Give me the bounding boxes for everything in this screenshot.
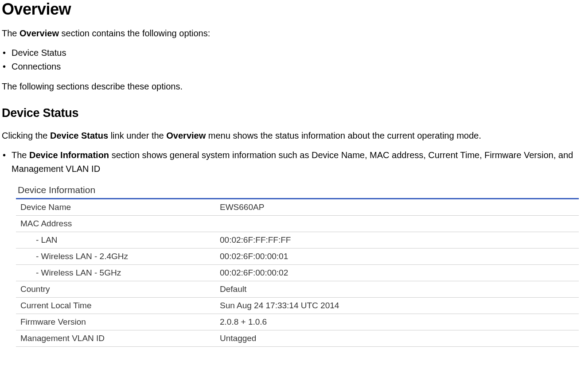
table-cell-value: Default [215, 281, 579, 298]
device-info-table: Device NameEWS660APMAC Address- LAN00:02… [16, 198, 579, 347]
table-cell-value: 00:02:6F:00:00:01 [215, 248, 579, 265]
table-cell-label: Country [16, 281, 215, 298]
list-item: Device Status [2, 46, 583, 60]
di-b1: Device Information [29, 150, 109, 160]
ds-p3: menu shows the status information about … [206, 131, 481, 140]
table-cell-value: 00:02:6F:FF:FF:FF [215, 232, 579, 248]
table-cell-value: Untagged [215, 330, 579, 347]
table-row: Management VLAN IDUntagged [16, 330, 579, 347]
table-cell-label: MAC Address [16, 216, 215, 232]
di-p1: The [12, 150, 29, 160]
table-cell-label: Management VLAN ID [16, 330, 215, 347]
intro-suffix: section contains the following options: [59, 28, 210, 38]
ds-p2: link under the [108, 131, 166, 140]
table-cell-value: 2.0.8 + 1.0.6 [215, 314, 579, 330]
ds-b2: Overview [166, 131, 206, 140]
table-row: Current Local TimeSun Aug 24 17:33:14 UT… [16, 298, 579, 314]
device-status-para: Clicking the Device Status link under th… [2, 129, 583, 142]
device-info-table-wrapper: Device Information Device NameEWS660APMA… [16, 185, 579, 347]
table-cell-label: Device Name [16, 199, 215, 216]
intro-para: The Overview section contains the follow… [2, 27, 583, 40]
table-row: CountryDefault [16, 281, 579, 298]
overview-heading: Overview [2, 0, 583, 19]
ds-p1: Clicking the [2, 131, 50, 140]
table-row: - Wireless LAN - 2.4GHz00:02:6F:00:00:01 [16, 248, 579, 265]
table-row: Firmware Version2.0.8 + 1.0.6 [16, 314, 579, 330]
table-cell-label: Firmware Version [16, 314, 215, 330]
table-row: Device NameEWS660AP [16, 199, 579, 216]
device-status-heading: Device Status [2, 106, 583, 120]
table-cell-value [215, 216, 579, 232]
intro-bold: Overview [20, 28, 59, 38]
table-cell-label: Current Local Time [16, 298, 215, 314]
table-row: - Wireless LAN - 5GHz00:02:6F:00:00:02 [16, 265, 579, 281]
table-row: MAC Address [16, 216, 579, 232]
table-cell-label: - Wireless LAN - 2.4GHz [16, 248, 215, 265]
list-item: The Device Information section shows gen… [2, 148, 583, 176]
list-item: Connections [2, 60, 583, 74]
table-cell-value: Sun Aug 24 17:33:14 UTC 2014 [215, 298, 579, 314]
following-para: The following sections describe these op… [2, 80, 583, 93]
table-title: Device Information [18, 185, 579, 195]
table-cell-value: 00:02:6F:00:00:02 [215, 265, 579, 281]
device-info-bullet-list: The Device Information section shows gen… [2, 148, 583, 176]
table-row: - LAN00:02:6F:FF:FF:FF [16, 232, 579, 248]
ds-b1: Device Status [50, 131, 108, 140]
intro-prefix: The [2, 28, 20, 38]
table-cell-label: - Wireless LAN - 5GHz [16, 265, 215, 281]
table-cell-value: EWS660AP [215, 199, 579, 216]
options-list: Device Status Connections [2, 46, 583, 74]
table-cell-label: - LAN [16, 232, 215, 248]
